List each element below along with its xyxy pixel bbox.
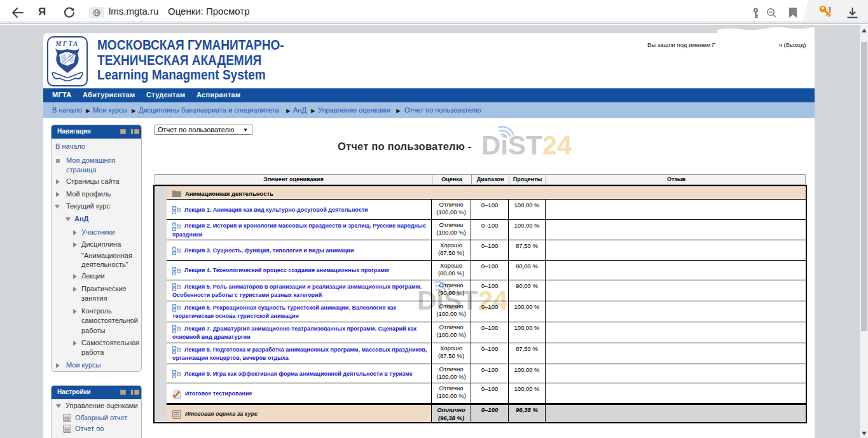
svg-text:МГТА: МГТА: [55, 40, 79, 47]
svg-text:!: !: [829, 5, 831, 15]
